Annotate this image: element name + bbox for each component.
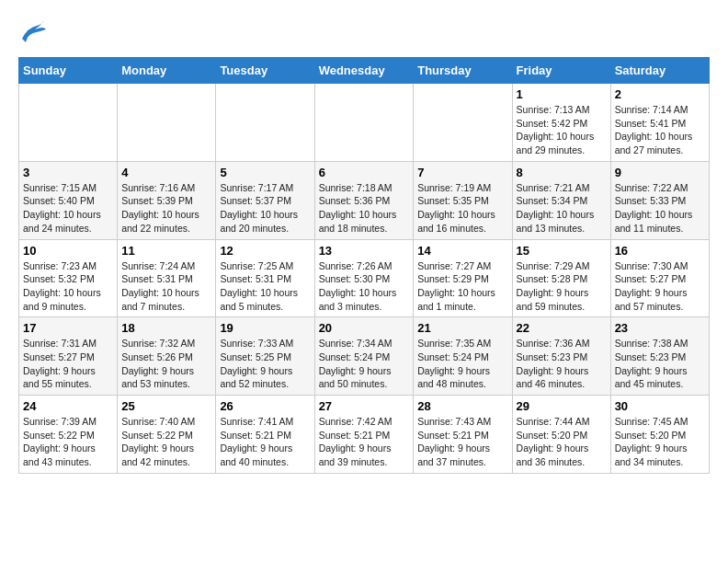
calendar-cell: 14Sunrise: 7:27 AMSunset: 5:29 PMDayligh…	[414, 239, 512, 317]
day-info: Sunrise: 7:16 AMSunset: 5:39 PMDaylight:…	[121, 181, 211, 236]
calendar-cell: 2Sunrise: 7:14 AMSunset: 5:41 PMDaylight…	[610, 84, 709, 162]
calendar-cell: 19Sunrise: 7:33 AMSunset: 5:25 PMDayligh…	[216, 317, 314, 396]
day-info: Sunrise: 7:29 AMSunset: 5:28 PMDaylight:…	[517, 259, 607, 314]
logo-icon	[18, 18, 48, 48]
day-number: 24	[23, 399, 113, 413]
calendar-week-row: 10Sunrise: 7:23 AMSunset: 5:32 PMDayligh…	[19, 239, 710, 317]
day-info: Sunrise: 7:13 AMSunset: 5:42 PMDaylight:…	[517, 103, 607, 157]
day-number: 5	[220, 166, 310, 179]
day-info: Sunrise: 7:15 AMSunset: 5:40 PMDaylight:…	[23, 181, 113, 236]
weekday-header: Friday	[512, 58, 610, 84]
day-number: 17	[23, 321, 113, 335]
logo	[18, 18, 51, 48]
calendar-cell	[19, 84, 118, 162]
day-number: 18	[121, 321, 211, 335]
calendar-cell: 23Sunrise: 7:38 AMSunset: 5:23 PMDayligh…	[610, 317, 709, 396]
day-info: Sunrise: 7:21 AMSunset: 5:34 PMDaylight:…	[517, 181, 607, 236]
calendar-cell: 8Sunrise: 7:21 AMSunset: 5:34 PMDaylight…	[512, 161, 610, 239]
day-number: 28	[417, 399, 507, 413]
day-info: Sunrise: 7:38 AMSunset: 5:23 PMDaylight:…	[615, 337, 705, 391]
calendar-cell: 24Sunrise: 7:39 AMSunset: 5:22 PMDayligh…	[19, 396, 118, 474]
calendar-cell: 16Sunrise: 7:30 AMSunset: 5:27 PMDayligh…	[610, 239, 709, 317]
day-number: 27	[319, 399, 410, 413]
day-info: Sunrise: 7:43 AMSunset: 5:21 PMDaylight:…	[417, 415, 507, 469]
calendar-cell: 18Sunrise: 7:32 AMSunset: 5:26 PMDayligh…	[118, 317, 216, 396]
day-number: 10	[23, 244, 113, 258]
day-number: 29	[517, 399, 607, 413]
day-info: Sunrise: 7:40 AMSunset: 5:22 PMDaylight:…	[121, 415, 211, 469]
calendar-cell	[314, 84, 414, 162]
weekday-header: Wednesday	[314, 58, 414, 84]
day-info: Sunrise: 7:22 AMSunset: 5:33 PMDaylight:…	[615, 181, 705, 236]
calendar-cell: 9Sunrise: 7:22 AMSunset: 5:33 PMDaylight…	[610, 161, 709, 239]
day-info: Sunrise: 7:24 AMSunset: 5:31 PMDaylight:…	[121, 259, 211, 314]
day-number: 16	[615, 244, 705, 258]
day-number: 2	[615, 87, 705, 101]
day-number: 21	[417, 321, 507, 335]
day-number: 9	[615, 166, 705, 179]
day-info: Sunrise: 7:34 AMSunset: 5:24 PMDaylight:…	[319, 337, 410, 391]
calendar-cell: 13Sunrise: 7:26 AMSunset: 5:30 PMDayligh…	[314, 239, 414, 317]
calendar-cell: 26Sunrise: 7:41 AMSunset: 5:21 PMDayligh…	[216, 396, 314, 474]
calendar-cell: 3Sunrise: 7:15 AMSunset: 5:40 PMDaylight…	[19, 161, 118, 239]
calendar-week-row: 17Sunrise: 7:31 AMSunset: 5:27 PMDayligh…	[19, 317, 710, 396]
day-info: Sunrise: 7:14 AMSunset: 5:41 PMDaylight:…	[615, 103, 705, 157]
day-info: Sunrise: 7:36 AMSunset: 5:23 PMDaylight:…	[517, 337, 607, 391]
calendar-cell: 17Sunrise: 7:31 AMSunset: 5:27 PMDayligh…	[19, 317, 118, 396]
calendar-cell: 10Sunrise: 7:23 AMSunset: 5:32 PMDayligh…	[19, 239, 118, 317]
calendar-cell: 28Sunrise: 7:43 AMSunset: 5:21 PMDayligh…	[414, 396, 512, 474]
calendar-cell: 25Sunrise: 7:40 AMSunset: 5:22 PMDayligh…	[118, 396, 216, 474]
calendar-cell: 27Sunrise: 7:42 AMSunset: 5:21 PMDayligh…	[314, 396, 414, 474]
calendar-cell: 11Sunrise: 7:24 AMSunset: 5:31 PMDayligh…	[118, 239, 216, 317]
day-info: Sunrise: 7:33 AMSunset: 5:25 PMDaylight:…	[220, 337, 310, 391]
day-number: 19	[220, 321, 310, 335]
calendar-week-row: 3Sunrise: 7:15 AMSunset: 5:40 PMDaylight…	[19, 161, 710, 239]
weekday-header: Thursday	[414, 58, 512, 84]
day-number: 23	[615, 321, 705, 335]
weekday-header: Monday	[118, 58, 216, 84]
calendar-cell: 4Sunrise: 7:16 AMSunset: 5:39 PMDaylight…	[118, 161, 216, 239]
day-info: Sunrise: 7:18 AMSunset: 5:36 PMDaylight:…	[319, 181, 410, 236]
calendar-cell: 12Sunrise: 7:25 AMSunset: 5:31 PMDayligh…	[216, 239, 314, 317]
day-number: 12	[220, 244, 310, 258]
day-info: Sunrise: 7:32 AMSunset: 5:26 PMDaylight:…	[121, 337, 211, 391]
day-number: 30	[615, 399, 705, 413]
calendar-week-row: 24Sunrise: 7:39 AMSunset: 5:22 PMDayligh…	[19, 396, 710, 474]
day-info: Sunrise: 7:35 AMSunset: 5:24 PMDaylight:…	[417, 337, 507, 391]
day-info: Sunrise: 7:27 AMSunset: 5:29 PMDaylight:…	[417, 259, 507, 314]
weekday-header: Saturday	[610, 58, 709, 84]
day-number: 26	[220, 399, 310, 413]
calendar-cell	[118, 84, 216, 162]
day-info: Sunrise: 7:45 AMSunset: 5:20 PMDaylight:…	[615, 415, 705, 469]
calendar-cell: 7Sunrise: 7:19 AMSunset: 5:35 PMDaylight…	[414, 161, 512, 239]
day-number: 4	[121, 166, 211, 179]
day-number: 8	[517, 166, 607, 179]
page-header	[18, 18, 710, 48]
day-info: Sunrise: 7:25 AMSunset: 5:31 PMDaylight:…	[220, 259, 310, 314]
calendar-cell: 29Sunrise: 7:44 AMSunset: 5:20 PMDayligh…	[512, 396, 610, 474]
day-info: Sunrise: 7:44 AMSunset: 5:20 PMDaylight:…	[517, 415, 607, 469]
day-info: Sunrise: 7:41 AMSunset: 5:21 PMDaylight:…	[220, 415, 310, 469]
day-info: Sunrise: 7:31 AMSunset: 5:27 PMDaylight:…	[23, 337, 113, 391]
day-info: Sunrise: 7:17 AMSunset: 5:37 PMDaylight:…	[220, 181, 310, 236]
day-number: 25	[121, 399, 211, 413]
calendar-cell: 22Sunrise: 7:36 AMSunset: 5:23 PMDayligh…	[512, 317, 610, 396]
calendar-cell	[414, 84, 512, 162]
day-number: 22	[517, 321, 607, 335]
day-number: 13	[319, 244, 410, 258]
day-info: Sunrise: 7:19 AMSunset: 5:35 PMDaylight:…	[417, 181, 507, 236]
day-number: 15	[517, 244, 607, 258]
day-number: 3	[23, 166, 113, 179]
day-info: Sunrise: 7:30 AMSunset: 5:27 PMDaylight:…	[615, 259, 705, 314]
day-number: 14	[417, 244, 507, 258]
calendar-cell: 30Sunrise: 7:45 AMSunset: 5:20 PMDayligh…	[610, 396, 709, 474]
calendar-cell: 15Sunrise: 7:29 AMSunset: 5:28 PMDayligh…	[512, 239, 610, 317]
weekday-header: Tuesday	[216, 58, 314, 84]
calendar-cell: 1Sunrise: 7:13 AMSunset: 5:42 PMDaylight…	[512, 84, 610, 162]
calendar-cell: 21Sunrise: 7:35 AMSunset: 5:24 PMDayligh…	[414, 317, 512, 396]
day-number: 6	[319, 166, 410, 179]
day-info: Sunrise: 7:23 AMSunset: 5:32 PMDaylight:…	[23, 259, 113, 314]
day-info: Sunrise: 7:42 AMSunset: 5:21 PMDaylight:…	[319, 415, 410, 469]
calendar-cell: 6Sunrise: 7:18 AMSunset: 5:36 PMDaylight…	[314, 161, 414, 239]
day-info: Sunrise: 7:26 AMSunset: 5:30 PMDaylight:…	[319, 259, 410, 314]
